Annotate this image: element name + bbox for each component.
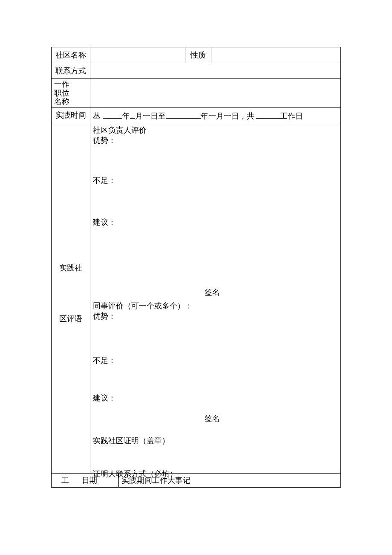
time-year2: 年一月一日，共 [201,112,257,120]
time-year1: 年 [122,112,130,120]
leader-signature: 签名 [205,287,220,297]
time-prefix: 丛 [93,112,103,120]
row-community-name: 社区名称 性质 [52,47,341,63]
leader-suggestion: 建议： [93,217,116,227]
label-evaluation: 实践社 区评语 [52,123,90,474]
label-job-title-l3: 名称 [54,97,69,106]
blank-year1 [103,110,122,119]
blank-month1 [130,110,135,119]
peer-weakness: 不足： [93,355,116,366]
blank-days [256,110,280,119]
leader-strength: 优势： [93,135,116,145]
peer-suggestion: 建议： [93,393,116,403]
row-evaluation: 实践社 区评语 社区负责人评价 优势： 不足： 建议： 签名 同事评价（可一个或… [52,123,341,474]
row-job-title: 一作 职位 名称 [52,79,341,108]
eval-side-1: 实践社 [59,264,82,272]
form-table: 社区名称 性质 联系方式 一作 职位 名称 实践时间 丛 年月一日至年一月一日，… [51,47,341,474]
label-contact: 联系方式 [52,63,90,79]
proof-stamp: 实践社区证明（盖章） [93,436,170,446]
value-nature [211,47,341,63]
proof-contact-truncated: 证明人联系方式（必填） [93,469,177,479]
eval-side-2: 区评语 [59,314,82,323]
label-practice-time: 实践时间 [52,108,90,123]
peer-signature: 签名 [205,413,220,424]
label-job-title-l1: 一作 [54,80,69,88]
label-community-name: 社区名称 [52,47,90,63]
evaluation-content-cell: 社区负责人评价 优势： 不足： 建议： 签名 同事评价（可一个或多个）： 优势：… [90,123,341,474]
value-job-title [90,79,341,108]
peer-strength: 优势： [93,311,116,321]
label-nature: 性质 [185,47,211,63]
peer-eval-title: 同事评价（可一个或多个）： [93,301,193,311]
row-practice-time: 实践时间 丛 年月一日至年一月一日，共 工作日 [52,108,341,123]
row-contact: 联系方式 [52,63,341,79]
footer-side-label: 工 [52,474,79,488]
value-practice-time: 丛 年月一日至年一月一日，共 工作日 [90,108,341,123]
value-community-name [90,47,185,63]
leader-weakness: 不足： [93,175,116,186]
label-job-title-l2: 职位 [54,89,69,97]
time-month-to: 月一日至 [135,112,166,120]
leader-eval-title: 社区负责人评价 [93,125,147,135]
evaluation-content: 社区负责人评价 优势： 不足： 建议： 签名 同事评价（可一个或多个）： 优势：… [90,123,340,478]
form-page: 社区名称 性质 联系方式 一作 职位 名称 实践时间 丛 年月一日至年一月一日，… [0,0,392,535]
label-job-title: 一作 职位 名称 [52,79,90,108]
value-contact [90,63,341,79]
time-suffix: 工作日 [280,112,303,120]
blank-year2 [166,110,201,119]
